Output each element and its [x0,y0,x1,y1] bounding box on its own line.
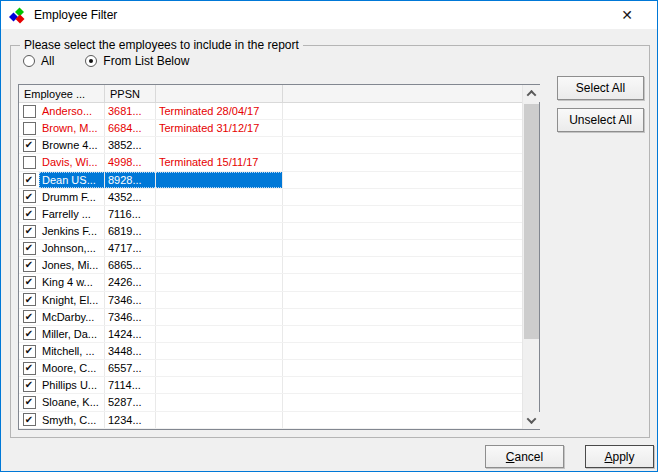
row-ppsn: 6819... [105,223,156,239]
table-row[interactable]: Davis, Wi... 4998... Terminated 15/11/17 [19,154,522,171]
select-all-button[interactable]: Select All [557,76,644,100]
close-icon[interactable]: ✕ [611,1,643,29]
table-row[interactable]: Dean US... 8928... [19,172,522,189]
checkbox-icon[interactable] [23,396,36,409]
row-checkbox[interactable] [19,274,39,290]
row-ppsn: 7116... [105,206,156,222]
row-status: Terminated 15/11/17 [156,154,283,170]
row-status [156,309,283,325]
row-checkbox[interactable] [19,137,39,153]
cancel-button[interactable]: Cancel [485,445,564,468]
row-extra [283,206,522,222]
row-extra [283,154,522,170]
table-row[interactable]: Mitchell, ... 3448... [19,343,522,360]
row-status [156,360,283,376]
table-row[interactable]: Anderso... 3681... Terminated 28/04/17 [19,103,522,120]
scrollbar-up-icon[interactable] [523,85,540,102]
row-checkbox[interactable] [19,103,39,119]
unselect-all-button[interactable]: Unselect All [557,108,644,132]
checkbox-icon[interactable] [23,310,36,323]
row-employee-name: Dean US... [39,172,105,188]
checkbox-icon[interactable] [23,327,36,340]
column-header-ppsn[interactable]: PPSN [105,85,156,102]
row-status [156,172,283,188]
row-extra [283,412,522,428]
row-checkbox[interactable] [19,172,39,188]
checkbox-icon[interactable] [23,242,36,255]
row-checkbox[interactable] [19,412,39,428]
table-row[interactable]: Knight, El... 7346... [19,292,522,309]
row-checkbox[interactable] [19,343,39,359]
radio-all-circle[interactable] [23,55,35,67]
row-employee-name: Davis, Wi... [39,154,105,170]
row-checkbox[interactable] [19,377,39,393]
table-row[interactable]: Jenkins F... 6819... [19,223,522,240]
table-row[interactable]: Phillips U... 7114... [19,377,522,394]
row-checkbox[interactable] [19,309,39,325]
checkbox-icon[interactable] [23,362,36,375]
checkbox-icon[interactable] [23,225,36,238]
checkbox-icon[interactable] [23,190,36,203]
row-employee-name: Johnson,... [39,240,105,256]
scrollbar-thumb[interactable] [524,104,539,339]
checkbox-icon[interactable] [23,379,36,392]
row-checkbox[interactable] [19,360,39,376]
table-row[interactable]: Jones, Mi... 6865... [19,257,522,274]
table-row[interactable]: Sloane, K... 5287... [19,394,522,411]
row-checkbox[interactable] [19,257,39,273]
table-row[interactable]: Drumm F... 4352... [19,189,522,206]
radio-from-list-circle[interactable] [85,55,97,67]
row-extra [283,189,522,205]
checkbox-icon[interactable] [23,259,36,272]
row-checkbox[interactable] [19,394,39,410]
checkbox-icon[interactable] [23,173,36,186]
employee-rows: Anderso... 3681... Terminated 28/04/17 B… [19,103,522,429]
table-row[interactable]: McDarby... 7346... [19,309,522,326]
checkbox-icon[interactable] [23,345,36,358]
table-row[interactable]: Farrelly ... 7116... [19,206,522,223]
checkbox-icon[interactable] [23,276,36,289]
column-header-status[interactable] [156,85,283,102]
checkbox-icon[interactable] [23,105,36,118]
table-row[interactable]: Johnson,... 4717... [19,240,522,257]
table-row[interactable]: King 4 w... 2426... [19,274,522,291]
table-row[interactable]: Browne 4... 3852... [19,137,522,154]
row-ppsn: 3681... [105,103,156,119]
row-checkbox[interactable] [19,326,39,342]
row-status [156,377,283,393]
scrollbar-down-icon[interactable] [523,412,540,429]
row-checkbox[interactable] [19,223,39,239]
table-row[interactable]: Smyth, C... 1234... [19,412,522,429]
row-checkbox[interactable] [19,292,39,308]
radio-all[interactable]: All [23,54,54,68]
radio-from-list[interactable]: From List Below [85,54,189,68]
row-status [156,223,283,239]
row-extra [283,326,522,342]
row-status [156,274,283,290]
checkbox-icon[interactable] [23,413,36,426]
column-header-employee[interactable]: Employee ... [19,85,105,102]
checkbox-icon[interactable] [23,156,36,169]
column-header-extra[interactable] [283,85,522,102]
table-row[interactable]: Moore, C... 6557... [19,360,522,377]
table-row[interactable]: Brown, M... 6684... Terminated 31/12/17 [19,120,522,137]
apply-button[interactable]: Apply [585,445,654,468]
checkbox-icon[interactable] [23,293,36,306]
row-checkbox[interactable] [19,120,39,136]
row-checkbox[interactable] [19,240,39,256]
row-employee-name: Smyth, C... [39,412,105,428]
row-extra [283,394,522,410]
row-extra [283,377,522,393]
vertical-scrollbar[interactable] [522,85,539,429]
row-ppsn: 6557... [105,360,156,376]
row-checkbox[interactable] [19,154,39,170]
checkbox-icon[interactable] [23,122,36,135]
row-checkbox[interactable] [19,206,39,222]
row-extra [283,172,522,188]
checkbox-icon[interactable] [23,207,36,220]
row-checkbox[interactable] [19,189,39,205]
checkbox-icon[interactable] [23,139,36,152]
row-ppsn: 1424... [105,326,156,342]
row-employee-name: Brown, M... [39,120,105,136]
table-row[interactable]: Miller, Da... 1424... [19,326,522,343]
